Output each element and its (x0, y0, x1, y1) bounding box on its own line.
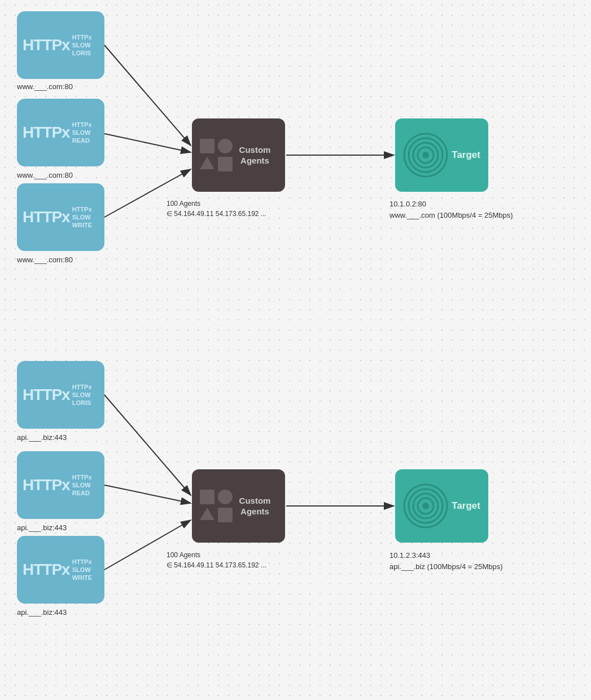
shape-triangle-g2 (200, 508, 214, 520)
httpx-sub-label-g2r: HTTPxSLOWREAD (72, 473, 92, 498)
httpx-sub-label-g2l: HTTPxSLOWLORIS (72, 383, 92, 407)
target-label-g2: Target (452, 500, 480, 512)
arrow-g1-read-agents (104, 134, 191, 152)
httpx-main-label-g2r: HTTPx (23, 476, 70, 494)
node-url-g2-loris: api.___.biz:443 (17, 433, 67, 442)
httpx-main-label-g2w: HTTPx (23, 561, 70, 579)
shape-square-g1 (200, 139, 214, 153)
node-url-g1-read: www.___.com:80 (17, 171, 73, 179)
shape-circle-g1 (218, 139, 233, 153)
node-url-g1-loris: www.___.com:80 (17, 82, 73, 91)
node-url-g2-write: api.___.biz:443 (17, 608, 67, 617)
shape-triangle-g1 (200, 157, 214, 169)
shape-square2-g1 (218, 157, 233, 171)
arrow-g1-loris-agents (104, 45, 191, 146)
target-node-g1: Target (395, 118, 488, 192)
httpx-node-g1-write: HTTPx HTTPxSLOWWRITE (17, 183, 104, 251)
svg-point-9 (422, 503, 429, 509)
httpx-main-label: HTTPx (23, 124, 70, 142)
shape-square2-g2 (218, 508, 233, 522)
svg-point-4 (422, 152, 429, 159)
agents-label-g2: Custom Agents (233, 495, 277, 517)
arrow-g2-read-agents (104, 485, 191, 503)
target-bullseye-g2 (403, 483, 448, 529)
target-bullseye-g1 (403, 133, 448, 178)
agents-node-g1: Custom Agents (192, 118, 285, 192)
node-url-g1-write: www.___.com:80 (17, 256, 73, 264)
httpx-main-label: HTTPx (23, 36, 70, 54)
shape-square-g2 (200, 490, 214, 504)
httpx-sub-label-g2w: HTTPxSLOWWRITE (72, 558, 92, 582)
agents-info-g1: 100 Agents ∈ 54.164.49.11 54.173.65.192 … (167, 199, 266, 219)
agents-shapes-g1 (200, 139, 233, 171)
httpx-node-g2-loris: HTTPx HTTPxSLOWLORIS (17, 361, 104, 429)
httpx-node-g2-read: HTTPx HTTPxSLOWREAD (17, 451, 104, 519)
httpx-sub-label: HTTPxSLOWLORIS (72, 33, 92, 58)
agents-info-g2: 100 Agents ∈ 54.164.49.11 54.173.65.192 … (167, 550, 266, 570)
httpx-sub-label: HTTPxSLOWWRITE (72, 205, 92, 230)
agents-label-g1: Custom Agents (233, 144, 277, 166)
target-label-g1: Target (452, 149, 480, 161)
arrow-g2-loris-agents (104, 395, 191, 495)
target-info-g2: 10.1.2.3:443 api.___.biz (100Mbps/4 = 25… (389, 550, 503, 572)
shape-circle-g2 (218, 490, 233, 504)
httpx-main-label-g2l: HTTPx (23, 386, 70, 404)
httpx-node-g1-read: HTTPx HTTPxSLOWREAD (17, 99, 104, 166)
node-url-g2-read: api.___.biz:443 (17, 523, 67, 532)
httpx-sub-label: HTTPxSLOWREAD (72, 121, 92, 145)
agents-node-g2: Custom Agents (192, 469, 285, 543)
target-node-g2: Target (395, 469, 488, 543)
httpx-node-g1-loris: HTTPx HTTPxSLOWLORIS (17, 11, 104, 79)
agents-shapes-g2 (200, 490, 233, 522)
httpx-node-g2-write: HTTPx HTTPxSLOWWRITE (17, 536, 104, 604)
target-info-g1: 10.1.0.2:80 www.___.com (100Mbps/4 = 25M… (389, 199, 513, 221)
httpx-main-label: HTTPx (23, 208, 70, 226)
diagram-container: HTTPx HTTPxSLOWLORIS www.___.com:80 HTTP… (0, 0, 591, 700)
